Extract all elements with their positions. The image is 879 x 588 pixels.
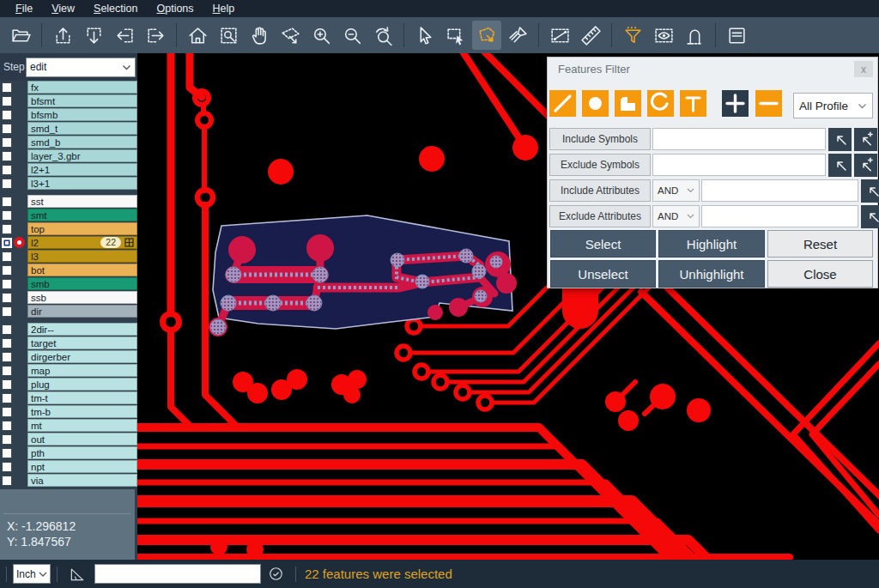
layer-name[interactable]: sst — [27, 195, 137, 208]
filter-type-surface-icon[interactable] — [615, 90, 641, 117]
pick-arrow-icon[interactable] — [861, 205, 879, 228]
and-or-select[interactable]: AND — [652, 205, 700, 227]
layer-checkbox[interactable] — [2, 82, 12, 93]
zoom-previous-icon[interactable] — [368, 21, 397, 50]
unselect-button[interactable]: Unselect — [550, 260, 656, 288]
layer-name[interactable]: ssb — [27, 291, 137, 304]
layer-name[interactable]: plug — [27, 378, 137, 391]
open-folder-icon[interactable] — [6, 21, 35, 50]
filter-type-text-icon[interactable] — [680, 90, 706, 117]
layer-row-map[interactable]: map — [0, 364, 137, 377]
layer-checkbox[interactable] — [2, 179, 12, 189]
close-icon[interactable]: x — [854, 61, 873, 77]
include-attributes-button[interactable]: Include Attributes — [549, 179, 651, 202]
clean-brush-icon[interactable] — [503, 21, 532, 50]
include-symbols-button[interactable]: Include Symbols — [549, 128, 651, 150]
dialog-titlebar[interactable]: Features Filter — [548, 58, 877, 80]
layer-row-mt[interactable]: mt — [0, 419, 137, 432]
layer-row-bfsmt[interactable]: bfsmt — [0, 94, 137, 107]
exclude-symbols-input[interactable] — [652, 154, 826, 176]
layer-name[interactable]: 2dir-- — [27, 323, 137, 336]
layer-row-l2+1[interactable]: l2+1 — [0, 163, 137, 176]
refresh-check-icon[interactable] — [268, 566, 284, 582]
measure-icon[interactable] — [545, 21, 574, 50]
layer-name[interactable]: l222 — [27, 236, 137, 249]
command-input[interactable] — [94, 564, 261, 584]
layer-name[interactable]: pth — [27, 446, 137, 459]
layer-row-2dir--[interactable]: 2dir-- — [0, 323, 137, 336]
layer-name[interactable]: mt — [27, 419, 137, 432]
include-attributes-input[interactable] — [701, 179, 858, 202]
layer-row-smd_t[interactable]: smd_t — [0, 122, 137, 135]
pick-arrow-icon[interactable] — [828, 128, 852, 151]
layer-row-pth[interactable]: pth — [0, 446, 137, 459]
pick-add-arrow-icon[interactable] — [854, 154, 877, 177]
layer-name[interactable]: bot — [27, 264, 137, 276]
layer-checkbox[interactable] — [2, 165, 12, 175]
layer-row-target[interactable]: target — [0, 336, 137, 349]
layer-name[interactable]: smd_b — [27, 136, 137, 149]
pan-right-icon[interactable] — [141, 21, 170, 50]
step-select[interactable]: edit — [26, 58, 136, 77]
layer-checkbox[interactable] — [2, 137, 12, 148]
select-button[interactable]: Select — [550, 230, 656, 258]
layer-row-layer_3.gbr[interactable]: layer_3.gbr — [0, 149, 137, 162]
filter-type-arc-icon[interactable] — [647, 90, 674, 117]
layer-checkbox[interactable] — [2, 338, 12, 349]
layer-row-smd_b[interactable]: smd_b — [0, 136, 137, 149]
pan-left-icon[interactable] — [110, 21, 139, 50]
zoom-object-icon[interactable] — [276, 21, 305, 50]
layer-row-bfsmb[interactable]: bfsmb — [0, 108, 137, 121]
layer-row-dir[interactable]: dir — [0, 305, 137, 318]
layer-row-l3+1[interactable]: l3+1 — [0, 177, 137, 190]
layer-checkbox[interactable] — [2, 407, 12, 417]
home-icon[interactable] — [183, 21, 212, 50]
close-button[interactable]: Close — [767, 260, 873, 288]
layer-row-smt[interactable]: smt — [0, 209, 137, 221]
layer-checkbox[interactable] — [2, 265, 12, 276]
layer-checkbox[interactable] — [2, 110, 12, 120]
zoom-area-icon[interactable] — [214, 21, 243, 50]
layer-row-top[interactable]: top — [0, 222, 137, 235]
layer-checkbox[interactable] — [2, 252, 12, 262]
layer-checkbox[interactable] — [2, 434, 12, 445]
layer-row-l2[interactable]: l222 — [0, 236, 137, 249]
menu-selection[interactable]: Selection — [85, 1, 146, 16]
include-symbols-input[interactable] — [652, 128, 826, 150]
exclude-attributes-input[interactable] — [701, 205, 858, 227]
layer-checkbox[interactable] — [2, 366, 12, 376]
snap-icon[interactable] — [680, 21, 709, 50]
layer-name[interactable]: dirgerber — [27, 350, 137, 363]
layer-name[interactable]: smt — [27, 209, 137, 221]
layer-name[interactable]: l3+1 — [27, 177, 137, 190]
notes-icon[interactable] — [722, 21, 751, 50]
layer-row-sst[interactable]: sst — [0, 195, 137, 208]
menu-view[interactable]: View — [43, 1, 83, 16]
layer-row-fx[interactable]: fx — [0, 81, 137, 94]
menu-options[interactable]: Options — [148, 1, 202, 16]
exclude-symbols-button[interactable]: Exclude Symbols — [549, 154, 651, 176]
layer-checkbox[interactable] — [2, 197, 12, 207]
add-icon[interactable] — [722, 90, 749, 117]
layer-checkbox[interactable] — [2, 324, 12, 335]
reset-button[interactable]: Reset — [767, 230, 873, 258]
layer-checkbox[interactable] — [2, 210, 12, 221]
layer-row-l3[interactable]: l3 — [0, 250, 137, 263]
layer-name[interactable]: tm-b — [27, 405, 137, 418]
pick-arrow-icon[interactable] — [828, 154, 852, 177]
ruler-icon[interactable] — [576, 21, 605, 50]
layer-checkbox[interactable] — [2, 124, 12, 134]
layer-checkbox[interactable] — [2, 393, 12, 403]
highlight-button[interactable]: Highlight — [658, 230, 765, 258]
layer-checkbox[interactable] — [2, 448, 12, 458]
angle-measure-icon[interactable] — [69, 566, 86, 583]
layer-row-ssb[interactable]: ssb — [0, 291, 137, 304]
layer-checkbox[interactable] — [2, 462, 12, 472]
layer-name[interactable]: via — [27, 474, 137, 487]
filter-funnel-icon[interactable] — [618, 21, 647, 50]
layer-checkbox[interactable] — [2, 293, 12, 303]
exclude-attributes-button[interactable]: Exclude Attributes — [549, 205, 651, 227]
layer-checkbox[interactable] — [2, 306, 12, 317]
layer-name[interactable]: l3 — [27, 250, 137, 263]
select-arrow-icon[interactable] — [410, 21, 440, 50]
